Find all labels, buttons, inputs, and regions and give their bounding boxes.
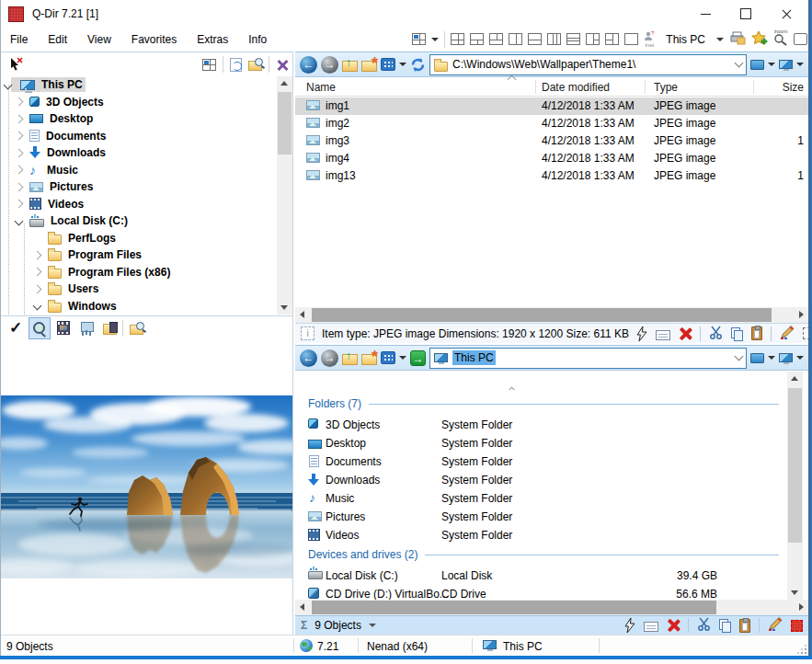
scroll-down-arrow[interactable]: [280, 305, 288, 310]
cut-icon[interactable]: [709, 326, 723, 342]
desktop-quick-button[interactable]: [750, 353, 764, 363]
layout-2horizontal-icon[interactable]: [528, 33, 542, 45]
deselect-pointer-icon[interactable]: [6, 54, 26, 74]
tree-layout-icon[interactable]: [202, 59, 216, 71]
column-header-size[interactable]: Size: [760, 81, 804, 94]
horizontal-splitter[interactable]: [295, 343, 808, 345]
scrollbar-thumb[interactable]: [788, 388, 802, 543]
file-row-img3[interactable]: img3 4/12/2018 1:33 AM JPEG image 1: [295, 132, 808, 150]
expander-icon[interactable]: [15, 200, 24, 209]
inet-icon[interactable]: ? inet: [644, 30, 655, 48]
column-header-name[interactable]: Name: [306, 81, 336, 94]
expander-icon[interactable]: [33, 302, 42, 311]
bottom-panel-vertical-scrollbar[interactable]: [787, 372, 803, 600]
tree-item-downloads[interactable]: Downloads: [16, 144, 106, 162]
tree-vertical-scrollbar[interactable]: [277, 76, 292, 315]
layout-top-split-icon[interactable]: [489, 33, 503, 45]
preview-magnifier-button[interactable]: [29, 317, 51, 339]
tree-item-this-pc[interactable]: This PC: [1, 76, 86, 94]
group-header-folders[interactable]: Folders (7): [308, 397, 779, 410]
bottom-panel-horizontal-scrollbar[interactable]: [295, 600, 808, 615]
address-bar[interactable]: This PC: [429, 348, 747, 369]
top-panel-horizontal-scrollbar[interactable]: [295, 307, 808, 323]
close-button[interactable]: [766, 0, 806, 28]
paste-icon[interactable]: [739, 619, 750, 633]
pc-row-downloads[interactable]: Downloads System Folder: [295, 471, 787, 489]
up-folder-button[interactable]: [342, 61, 358, 72]
expander-icon[interactable]: [15, 114, 24, 123]
address-text[interactable]: C:\Windows\Web\Wallpaper\Theme1\: [452, 58, 635, 71]
cut-icon[interactable]: [697, 617, 711, 634]
copy-icon[interactable]: [719, 619, 731, 632]
expander-icon[interactable]: [33, 250, 42, 259]
layout-single-icon[interactable]: [624, 33, 638, 45]
expander-icon[interactable]: [15, 216, 24, 225]
expander-icon[interactable]: [33, 268, 42, 277]
tree-item-3d-objects[interactable]: 3D Objects: [16, 94, 104, 111]
expander-icon[interactable]: [15, 97, 24, 107]
pc-row-documents[interactable]: Documents System Folder: [295, 452, 787, 471]
tree-item-program-files-x86[interactable]: Program Files (x86): [34, 264, 170, 281]
file-row-img13[interactable]: img13 4/12/2018 1:33 AM JPEG image 1: [295, 167, 808, 185]
menu-edit[interactable]: Edit: [38, 28, 77, 51]
layout-2vertical-icon[interactable]: [509, 33, 522, 45]
menu-file[interactable]: File: [0, 28, 38, 51]
pc-row-videos[interactable]: Videos System Folder: [295, 526, 787, 544]
menu-extras[interactable]: Extras: [187, 28, 238, 51]
tree-item-pictures[interactable]: Pictures: [16, 178, 93, 196]
view-mode-button[interactable]: [381, 351, 395, 364]
scroll-right-arrow[interactable]: [799, 311, 804, 318]
scrollbar-thumb[interactable]: [312, 601, 716, 614]
expander-icon[interactable]: [33, 284, 42, 293]
desktop-quick-button[interactable]: [750, 60, 764, 70]
column-header-type[interactable]: Type: [654, 81, 678, 94]
new-folder-button[interactable]: [361, 354, 377, 365]
layout-left2-right1-icon[interactable]: [605, 33, 619, 45]
object-count-text[interactable]: 9 Objects: [315, 619, 361, 632]
delete-icon[interactable]: [667, 619, 680, 632]
this-pc-quick-dropdown-icon[interactable]: [796, 356, 804, 360]
scrollbar-thumb[interactable]: [312, 308, 772, 322]
expander-icon[interactable]: [15, 182, 24, 191]
up-folder-button[interactable]: [342, 354, 358, 365]
print-icon[interactable]: [729, 31, 746, 48]
resize-grip[interactable]: [797, 645, 806, 654]
paste-icon[interactable]: [751, 326, 762, 340]
tree-item-documents[interactable]: Documents: [16, 128, 106, 145]
preview-folder-search-icon[interactable]: [126, 318, 146, 338]
location-combo[interactable]: This PC: [660, 33, 711, 46]
tree-item-users[interactable]: Users: [34, 280, 98, 298]
expander-icon[interactable]: [15, 132, 24, 141]
view-mode-button[interactable]: [381, 58, 395, 71]
group-header-devices[interactable]: Devices and drives (2): [308, 548, 779, 561]
scroll-down-arrow[interactable]: [791, 590, 798, 595]
scroll-left-arrow[interactable]: [300, 603, 304, 611]
flash-icon[interactable]: [624, 618, 635, 633]
tree-item-music[interactable]: ♪ Music: [16, 162, 78, 179]
new-folder-button[interactable]: [361, 61, 377, 72]
pc-row-desktop[interactable]: Desktop System Folder: [295, 434, 787, 452]
scroll-right-arrow[interactable]: [799, 603, 804, 611]
address-text[interactable]: This PC: [452, 350, 496, 365]
pc-row-pictures[interactable]: Pictures System Folder: [295, 508, 787, 526]
layout-quad-combo-icon[interactable]: [412, 33, 426, 45]
delete-icon[interactable]: [679, 327, 692, 340]
zoom-cursor-icon[interactable]: zoom: [773, 29, 788, 49]
layout-3vertical-icon[interactable]: [547, 33, 561, 45]
pc-row-3d-objects[interactable]: 3D Objects System Folder: [295, 416, 787, 434]
apply-check-icon[interactable]: ✓: [6, 318, 26, 338]
file-row-img4[interactable]: img4 4/12/2018 1:33 AM JPEG image: [295, 150, 808, 167]
film-preview-icon[interactable]: [53, 318, 74, 338]
layout-dropdown-icon[interactable]: [431, 38, 439, 41]
layout-left1-right2-icon[interactable]: [586, 33, 600, 45]
address-bar[interactable]: C:\Windows\Web\Wallpaper\Theme1\: [429, 54, 747, 75]
pc-row-local-disk[interactable]: Local Disk (C:) Local Disk 39.4 GB: [295, 567, 787, 585]
file-row-img1[interactable]: img1 4/12/2018 1:33 AM JPEG image: [295, 97, 808, 115]
desktop-quick-dropdown-icon[interactable]: [768, 63, 775, 66]
tree-item-perflogs[interactable]: PerfLogs: [34, 230, 116, 247]
address-dropdown-icon[interactable]: [735, 352, 744, 361]
file-row-img2[interactable]: img2 4/12/2018 1:33 AM JPEG image: [295, 115, 808, 132]
maximize-button[interactable]: [726, 0, 766, 28]
object-count-dropdown-icon[interactable]: [369, 624, 376, 627]
layout-bottom-split-icon[interactable]: [470, 33, 484, 45]
